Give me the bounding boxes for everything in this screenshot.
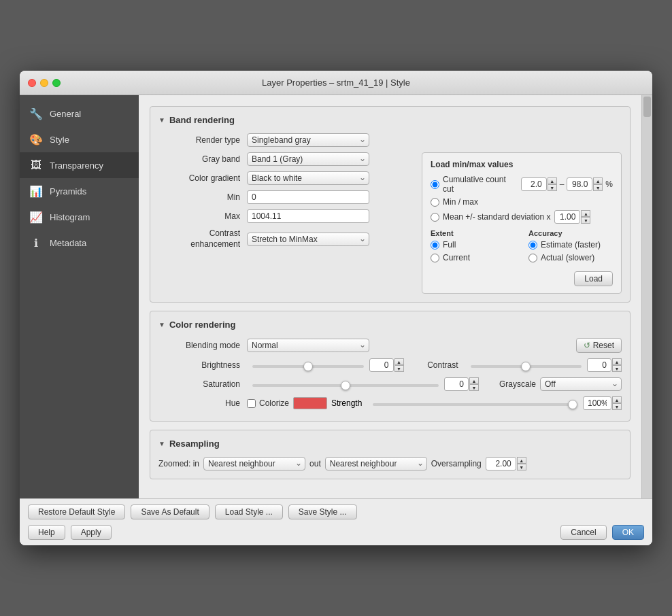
apply-button[interactable]: Apply <box>71 525 112 540</box>
sidebar-item-general[interactable]: 🔧 General <box>20 101 139 126</box>
band-rendering-arrow[interactable]: ▼ <box>158 116 165 124</box>
blending-mode-select[interactable]: Normal Multiply Screen <box>247 339 369 352</box>
oversampling-up[interactable]: ▲ <box>517 457 526 464</box>
zoomed-in-label: Zoomed: in <box>158 459 199 468</box>
cumulative-min-down[interactable]: ▼ <box>548 184 557 191</box>
strength-down[interactable]: ▼ <box>612 403 622 410</box>
save-style-button[interactable]: Save Style ... <box>288 504 357 519</box>
contrast-row: Contrastenhancement Stretch to MinMax St… <box>158 228 411 250</box>
strength-slider-container <box>373 398 577 408</box>
help-button[interactable]: Help <box>28 525 65 540</box>
accuracy-label: Accuracy <box>528 229 613 237</box>
strength-slider[interactable] <box>373 403 577 406</box>
minimize-button[interactable] <box>40 79 48 87</box>
minmax-radio[interactable] <box>431 198 439 207</box>
zoomed-out-select[interactable]: Nearest neighbour Bilinear Cubic <box>325 457 427 470</box>
contrast-input[interactable] <box>587 358 611 372</box>
sidebar-item-pyramids[interactable]: 📊 Pyramids <box>20 178 139 204</box>
strength-up[interactable]: ▲ <box>612 396 622 403</box>
blending-mode-select-wrapper: Normal Multiply Screen <box>247 339 369 352</box>
mean-row: Mean +/- standard deviation x ▲ ▼ <box>431 210 613 224</box>
mean-radio[interactable] <box>431 213 439 222</box>
brightness-input[interactable] <box>369 358 394 372</box>
cumulative-min-input[interactable] <box>521 177 547 191</box>
oversampling-input[interactable] <box>486 457 516 470</box>
brightness-down[interactable]: ▼ <box>394 365 404 372</box>
color-gradient-select[interactable]: Black to white White to black <box>247 171 369 185</box>
oversampling-spinbox: ▲ ▼ <box>486 457 526 470</box>
zoomed-in-select-wrapper: Nearest neighbour Bilinear Cubic <box>203 457 305 470</box>
actual-radio[interactable] <box>528 254 537 262</box>
zoomed-in-select[interactable]: Nearest neighbour Bilinear Cubic <box>203 457 305 470</box>
saturation-slider[interactable] <box>252 384 439 387</box>
cumulative-radio[interactable] <box>431 180 439 189</box>
reset-button[interactable]: ↺ Reset <box>576 338 622 353</box>
load-style-button[interactable]: Load Style ... <box>215 504 283 519</box>
contrast-slider-container <box>471 360 582 370</box>
save-as-default-button[interactable]: Save As Default <box>131 504 209 519</box>
blending-mode-row: Blending mode Normal Multiply Screen ↺ R… <box>158 338 622 353</box>
mean-down[interactable]: ▼ <box>581 217 590 224</box>
cumulative-max-up[interactable]: ▲ <box>593 177 603 184</box>
sidebar-item-transparency[interactable]: 🖼 Transparency <box>20 152 139 178</box>
brightness-up[interactable]: ▲ <box>394 358 404 365</box>
sidebar-item-histogram[interactable]: 📈 Histogram <box>20 204 139 230</box>
full-radio[interactable] <box>431 241 439 250</box>
band-rendering-section: ▼ Band rendering Render type Singleband … <box>150 106 631 303</box>
gray-band-select[interactable]: Band 1 (Gray) <box>247 152 369 166</box>
mean-input[interactable] <box>554 210 580 224</box>
close-button[interactable] <box>28 79 36 87</box>
full-label: Full <box>443 240 456 250</box>
color-rendering-arrow[interactable]: ▼ <box>158 321 165 328</box>
mean-up[interactable]: ▲ <box>581 210 590 217</box>
restore-default-button[interactable]: Restore Default Style <box>28 504 125 519</box>
hue-color-preview[interactable] <box>293 397 327 409</box>
min-input[interactable]: 0 <box>247 190 369 204</box>
render-type-select[interactable]: Singleband gray <box>247 133 369 147</box>
oversampling-down[interactable]: ▼ <box>517 464 526 470</box>
color-rendering-section: ▼ Color rendering Blending mode Normal M… <box>150 311 631 422</box>
cumulative-min-up[interactable]: ▲ <box>548 177 557 184</box>
contrast-up[interactable]: ▲ <box>612 358 622 365</box>
sidebar-item-metadata[interactable]: ℹ Metadata <box>20 230 139 256</box>
extent-col: Extent Full Current <box>431 229 515 266</box>
brightness-slider-container <box>252 360 364 370</box>
strength-input[interactable] <box>583 396 611 410</box>
sidebar-item-style[interactable]: 🎨 Style <box>20 126 139 152</box>
cumulative-min-spinbox: ▲ ▼ <box>521 177 557 191</box>
current-radio[interactable] <box>431 254 439 262</box>
load-button[interactable]: Load <box>574 271 613 286</box>
saturation-up[interactable]: ▲ <box>469 377 479 384</box>
cancel-button[interactable]: Cancel <box>560 525 606 540</box>
scrollbar-thumb[interactable] <box>643 97 651 117</box>
contrast-down[interactable]: ▼ <box>612 365 622 372</box>
brightness-slider[interactable] <box>252 365 364 368</box>
estimate-radio[interactable] <box>528 241 537 250</box>
contrast-select[interactable]: Stretch to MinMax Stretch and Clip to Mi… <box>247 233 369 246</box>
footer-left-buttons: Help Apply <box>28 525 112 540</box>
reset-label: Reset <box>593 341 614 350</box>
contrast-slider[interactable] <box>471 365 582 368</box>
scrollbar[interactable] <box>641 95 652 498</box>
cumulative-max-down[interactable]: ▼ <box>593 184 603 191</box>
colorize-checkbox[interactable] <box>247 399 256 408</box>
maximize-button[interactable] <box>52 79 61 87</box>
full-row: Full <box>431 240 515 250</box>
resampling-row: Zoomed: in Nearest neighbour Bilinear Cu… <box>158 457 622 470</box>
contrast-label: Contrast <box>424 360 465 370</box>
band-rendering-header: ▼ Band rendering <box>158 115 622 125</box>
style-icon: 🎨 <box>28 131 44 148</box>
reset-icon: ↺ <box>584 341 590 350</box>
grayscale-select[interactable]: Off By lightness By luminosity <box>540 377 622 391</box>
strength-spinbox: ▲ ▼ <box>583 396 622 410</box>
saturation-input[interactable] <box>444 377 469 391</box>
hue-label: Hue <box>158 398 247 408</box>
cumulative-max-input[interactable] <box>567 177 592 191</box>
saturation-down[interactable]: ▼ <box>469 384 479 391</box>
load-minmax-box: Load min/max values Cumulative count cut <box>422 152 622 294</box>
load-btn-row: Load <box>431 271 613 286</box>
resampling-arrow[interactable]: ▼ <box>158 440 165 447</box>
max-input[interactable]: 1004.11 <box>247 209 369 223</box>
ok-button[interactable]: OK <box>612 525 644 540</box>
gray-band-select-wrapper: Band 1 (Gray) <box>247 152 369 166</box>
